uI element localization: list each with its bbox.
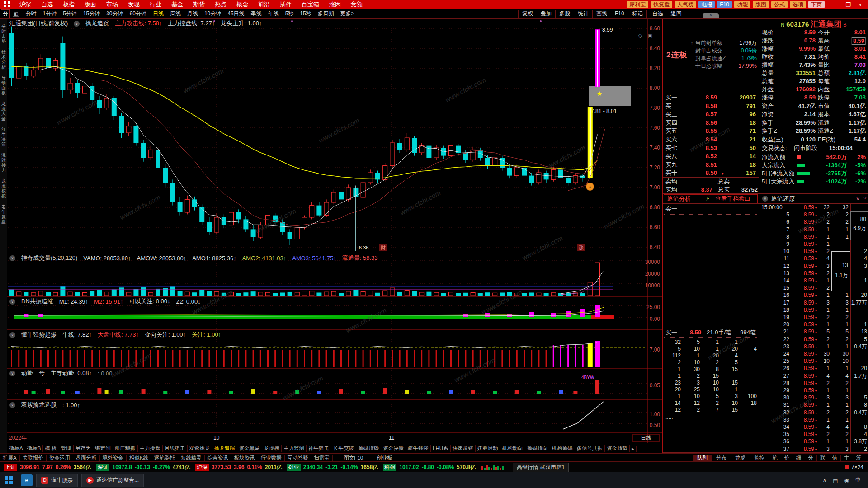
panel-tab-3[interactable]: 监控 [750, 455, 769, 461]
menu-item-6[interactable]: 行业 [145, 1, 166, 8]
tick-analysis-link[interactable]: 逐笔分析 [667, 195, 691, 202]
tray-icon-3[interactable]: 中 [855, 476, 861, 484]
minimize-button[interactable]: – [831, 1, 842, 8]
sidebar-item-3[interactable]: 龙虎大全 [0, 101, 7, 121]
quick-button-3[interactable]: 电报 [698, 1, 715, 8]
menu-item-9[interactable]: 热点 [210, 1, 231, 8]
tick-seq-10[interactable]: 14 [783, 277, 789, 284]
chart-tool-7[interactable]: -自选 [646, 10, 667, 18]
collapse-circle-icon[interactable]: ∨ [9, 255, 15, 261]
function-tab-3[interactable]: 盘面分析 [73, 455, 100, 461]
function-tab-11[interactable]: 互动答疑 [285, 455, 311, 461]
tick-seq-20[interactable]: 24 [783, 351, 789, 357]
index-name-2[interactable]: 沪深 [195, 464, 209, 471]
menu-item-10[interactable]: 概念 [231, 1, 253, 8]
function-tab-6[interactable]: 逐笔委托 [151, 455, 178, 461]
function-tab-8[interactable]: 综合资讯 [205, 455, 231, 461]
view-depth-link[interactable]: 查看千档盘口 [715, 195, 750, 202]
tick-seq-25[interactable]: 29 [783, 387, 789, 394]
tick-seq-1[interactable]: 5 [786, 211, 789, 218]
panel-tab-single-3[interactable]: 分 [805, 455, 817, 461]
period-tab-2[interactable]: 5分钟 [60, 10, 80, 17]
indicator-tab-1[interactable]: 指标B [25, 445, 43, 452]
indicator-tab-17[interactable]: 资金决策 [381, 445, 406, 452]
menu-item-4[interactable]: 市场 [101, 1, 123, 8]
tick-seq-15[interactable]: 19 [783, 314, 789, 321]
indicator-tab-5[interactable]: 绑定到 [93, 445, 113, 452]
collapse-circle-icon[interactable]: ∨ [9, 371, 15, 376]
restore-button[interactable]: ❐ [843, 1, 854, 8]
server-label[interactable]: 高级行情 武汉电信1 [513, 463, 569, 472]
function-tab-mid-1[interactable]: 创业板 [374, 455, 395, 461]
indicator-tab-25[interactable]: 多信号共振 [575, 445, 605, 452]
tick-seq-23[interactable]: 27 [783, 373, 789, 380]
tick-seq-27[interactable]: 31 [783, 402, 789, 408]
tick-seq-33[interactable]: 37 [783, 446, 789, 453]
tick-seq-9[interactable]: 13 [783, 270, 789, 277]
indicator-tab-0[interactable]: 指标A [7, 445, 25, 452]
chart-tool-1[interactable]: 叠加 [537, 10, 555, 18]
tray-icon-2[interactable]: ◉ [844, 477, 849, 483]
menu-item-13[interactable]: 百宝箱 [297, 1, 324, 8]
tick-seq-8[interactable]: 12 [783, 263, 789, 270]
function-tab-5[interactable]: 相似K线 [127, 455, 151, 461]
taskbar-app-1[interactable]: ▶通达信广源整合... [81, 474, 144, 487]
menu-item-15[interactable]: 竞额 [346, 1, 368, 8]
panel-tab-single-5[interactable]: 值 [829, 455, 841, 461]
kline-chart-canvas[interactable]: 8.608.408.208.007.807.607.407.207.006.80… [7, 18, 662, 443]
tick-seq-31[interactable]: 35 [783, 431, 789, 438]
tick-seq-6[interactable]: 10 [783, 248, 789, 255]
tick-seq-28[interactable]: 32 [783, 409, 789, 416]
indicator-tab-16[interactable]: 筹码趋势 [356, 445, 381, 452]
function-tab-mid-0[interactable]: 图文F10 [341, 455, 366, 461]
sidebar-item-0[interactable]: 分时走势 [0, 24, 7, 44]
period-tab-5[interactable]: 60分钟 [127, 10, 150, 17]
panel-tab-2[interactable]: 龙虎 [731, 455, 750, 461]
quick-button-5[interactable]: 功能 [734, 1, 750, 8]
panel-tab-single-0[interactable]: 笔 [769, 455, 781, 461]
tick-seq-3[interactable]: 7 [786, 226, 789, 233]
collapse-circle-icon[interactable]: ∨ [74, 21, 80, 27]
period-tab-8[interactable]: 月线 [184, 10, 201, 17]
chart-tool-2[interactable]: 多股 [555, 10, 574, 18]
tick-seq-5[interactable]: 9 [786, 241, 789, 248]
panel-tab-single-2[interactable]: 细 [793, 455, 805, 461]
panel-tab-0[interactable]: 队列 [693, 455, 712, 461]
tick-seq-18[interactable]: 22 [783, 336, 789, 343]
tick-seq-30[interactable]: 34 [783, 424, 789, 431]
chart-tool-4[interactable]: 画线 [592, 10, 611, 18]
indicator-tab-7[interactable]: 主力操盘 [138, 445, 163, 452]
chart-tool-6[interactable]: 标记 [628, 10, 646, 18]
sidebar-item-4[interactable]: 红牛决策 [0, 127, 7, 147]
indicator-tab-8[interactable]: 月线狙击 [163, 445, 188, 452]
function-tab-0[interactable]: 扩展A [0, 455, 20, 461]
indicator-tab-3[interactable]: 管理 [59, 445, 74, 452]
tick-seq-16[interactable]: 20 [783, 321, 789, 328]
sidebar-item-1[interactable]: 技术分析 [0, 50, 7, 70]
menu-item-12[interactable]: 插件 [275, 1, 297, 8]
indicator-tab-11[interactable]: 资金黑马 [237, 445, 262, 452]
tray-icon-0[interactable]: ∧ [822, 477, 826, 483]
indicator-tab-18[interactable]: 骑牛钱袋 [406, 445, 431, 452]
tick-seq-12[interactable]: 16 [783, 292, 789, 299]
function-tab-1[interactable]: 关联报价 [20, 455, 47, 461]
period-tab-7[interactable]: 周线 [167, 10, 184, 17]
browser-icon[interactable]: e [21, 474, 33, 486]
period-tab-12[interactable]: 年线 [265, 10, 282, 17]
indicator-tab-6[interactable]: 跟庄稳抓 [113, 445, 138, 452]
quick-button-7[interactable]: 公式 [771, 1, 788, 8]
tick-time-0[interactable]: 15:00:00 [761, 204, 783, 211]
indicator-tab-10[interactable]: 擒龙追踪 [212, 445, 237, 452]
period-tab-14[interactable]: 15秒 [297, 10, 314, 17]
chart-tool-0[interactable]: 复权 [518, 10, 537, 18]
indicator-tab-14[interactable]: 神牛狙击 [307, 445, 331, 452]
indicator-tab-20[interactable]: 快速超短 [451, 445, 476, 452]
panel-tab-single-7[interactable]: 筹 [853, 455, 865, 461]
indicator-tab-12[interactable]: 龙虎榜 [262, 445, 282, 452]
collapse-circle-icon[interactable]: ∨ [9, 332, 15, 338]
collapse-circle-icon[interactable]: ∨ [9, 402, 15, 408]
indicator-tab-19[interactable]: LHU系 [431, 445, 451, 452]
app-logo-icon[interactable] [4, 1, 11, 8]
sidebar-item-6[interactable]: 龙虎模拟 [0, 178, 7, 198]
layout-icon[interactable]: ◧ [13, 11, 19, 17]
